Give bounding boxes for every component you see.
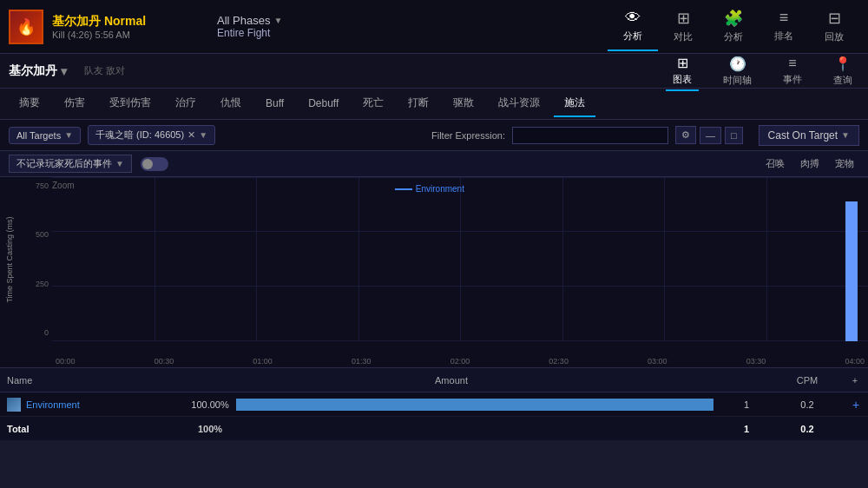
eye-icon: 👁	[625, 9, 641, 27]
y-axis: 750 500 250 0	[17, 177, 52, 341]
tab-taken[interactable]: 受到伤害	[99, 90, 161, 117]
sub-events[interactable]: ≡ 事件	[776, 52, 809, 89]
tab-dispel[interactable]: 驱散	[443, 90, 484, 117]
boss-name[interactable]: 基尔加丹 Normal	[52, 14, 146, 30]
header-plus[interactable]: +	[842, 375, 868, 386]
nav-analyze[interactable]: 👁 分析	[608, 2, 658, 51]
tab-interrupt[interactable]: 打断	[398, 90, 439, 117]
grid-v-1	[155, 177, 155, 341]
tab-buff[interactable]: Buff	[255, 92, 294, 116]
row-cpm: 0.2	[773, 399, 842, 410]
tab-threat[interactable]: 仇恨	[210, 90, 252, 117]
x-axis: 00:00 00:30 01:00 01:30 02:00 02:30 03:0…	[52, 341, 868, 367]
y-label-250: 250	[17, 280, 52, 288]
pet-btn[interactable]: 宠物	[830, 155, 859, 172]
row-name-cell: Environment	[0, 398, 182, 412]
summon-btn[interactable]: 召唤	[760, 155, 790, 172]
grid-v-7	[766, 177, 767, 341]
row-plus[interactable]: +	[842, 398, 868, 412]
nav-analysis[interactable]: 🧩 分析	[708, 2, 759, 52]
event-dropdown-arrow: ▼	[115, 159, 124, 168]
cast-on-target-arrow: ▼	[841, 130, 850, 140]
phase-label: All Phases	[217, 14, 270, 27]
filter-expression-input[interactable]	[512, 127, 668, 144]
boss-info: 🔥 基尔加丹 Normal Kill (4:26) 5:56 AM	[9, 10, 200, 44]
spell-filter-close[interactable]: ✕	[187, 129, 195, 141]
phase-arrow: ▼	[273, 16, 282, 25]
event-toggle[interactable]	[141, 157, 168, 171]
env-text: Environment	[416, 184, 464, 194]
x-label-330: 03:30	[746, 357, 766, 366]
y-label-500: 500	[17, 230, 52, 239]
total-name-cell: Total	[0, 424, 182, 434]
x-label-230: 02:30	[549, 357, 569, 366]
x-label-0: 00:00	[56, 357, 76, 366]
cast-on-target-btn[interactable]: Cast On Target ▼	[759, 125, 859, 146]
filter-expand-btn[interactable]: □	[725, 127, 743, 144]
timeline-icon: 🕐	[729, 56, 746, 72]
total-count: 1	[720, 424, 773, 434]
sub-chart[interactable]: ⊞ 图表	[666, 51, 699, 91]
top-bar: 🔥 基尔加丹 Normal Kill (4:26) 5:56 AM All Ph…	[0, 0, 868, 54]
grid-lines: Environment	[52, 177, 868, 341]
sub-dropdown-dot[interactable]: ▾	[61, 64, 67, 78]
table-header: Name Amount CPM +	[0, 368, 868, 392]
event-filter-right: 召唤 肉搏 宠物	[760, 155, 859, 172]
event-bar: 不记录玩家死后的事件 ▼ 召唤 肉搏 宠物	[0, 151, 868, 177]
sub-timeline-label: 时间轴	[723, 74, 752, 87]
filter-right: Filter Expression: ⚙ — □ Cast On Target …	[431, 125, 859, 146]
melee-btn[interactable]: 肉搏	[795, 155, 825, 172]
cast-on-target-label: Cast On Target	[768, 129, 838, 142]
row-plus-btn[interactable]: +	[849, 398, 863, 412]
y-label-750: 750	[17, 181, 52, 190]
filter-settings-btn[interactable]: ⚙	[675, 126, 696, 144]
table-area: Name Amount CPM + Environment 100.00% 1 …	[0, 368, 868, 441]
all-targets-filter[interactable]: All Targets ▼	[9, 127, 81, 144]
events-icon: ≡	[788, 56, 796, 71]
nav-compare-label: 对比	[674, 30, 693, 43]
filter-minimize-btn[interactable]: —	[700, 127, 721, 144]
tab-heal[interactable]: 治疗	[165, 90, 207, 117]
nav-analyze-label: 分析	[623, 30, 642, 43]
total-amount-cell: 100%	[182, 424, 720, 434]
tab-damage[interactable]: 伤害	[54, 90, 95, 117]
chart-icon: ⊞	[677, 55, 688, 71]
x-label-30: 00:30	[155, 357, 174, 366]
nav-rank-label: 排名	[774, 30, 793, 43]
sub-query[interactable]: 📍 查询	[826, 52, 859, 90]
tab-summary[interactable]: 摘要	[9, 90, 50, 117]
sub-chart-label: 图表	[673, 73, 692, 86]
env-chart-label: Environment	[395, 184, 464, 194]
nav-compare[interactable]: ⊞ 对比	[658, 2, 708, 52]
phase-selector[interactable]: All Phases ▼ Entire Fight	[200, 14, 339, 39]
total-label: Total	[7, 424, 29, 434]
row-name-link[interactable]: Environment	[26, 399, 80, 410]
filter-expr-label: Filter Expression:	[431, 130, 505, 141]
chart-bar-environment	[845, 201, 858, 341]
row-icon	[7, 398, 21, 412]
tab-resource[interactable]: 战斗资源	[488, 90, 550, 117]
x-label-200: 02:00	[450, 357, 470, 366]
tab-death[interactable]: 死亡	[352, 90, 394, 117]
nav-rank[interactable]: ≡ 排名	[759, 2, 809, 51]
chart-area: Time Spent Casting (ms) 750 500 250 0 Zo…	[0, 177, 868, 368]
event-dropdown[interactable]: 不记录玩家死后的事件 ▼	[9, 155, 132, 173]
total-cpm: 0.2	[773, 424, 842, 434]
header-cpm: CPM	[773, 375, 842, 386]
spell-filter[interactable]: 千魂之暗 (ID: 46605) ✕ ▼	[88, 125, 215, 145]
x-label-400: 04:00	[845, 357, 865, 366]
puzzle-icon: 🧩	[724, 9, 743, 28]
boss-avatar: 🔥	[9, 10, 43, 44]
all-targets-label: All Targets	[16, 130, 61, 141]
phase-top: All Phases ▼	[217, 14, 321, 27]
nav-replay[interactable]: ⊟ 回放	[809, 2, 859, 52]
boss-kill: Kill (4:26) 5:56 AM	[52, 30, 146, 40]
grid-v-4	[460, 177, 461, 341]
filter-bar: All Targets ▼ 千魂之暗 (ID: 46605) ✕ ▼ Filte…	[0, 120, 868, 151]
row-bar-fill	[236, 399, 713, 411]
sub-query-label: 查询	[833, 74, 852, 87]
sub-timeline[interactable]: 🕐 时间轴	[716, 52, 759, 90]
tab-debuff[interactable]: Debuff	[298, 92, 349, 116]
tab-cast[interactable]: 施法	[554, 90, 595, 117]
total-pct: 100%	[189, 424, 231, 434]
